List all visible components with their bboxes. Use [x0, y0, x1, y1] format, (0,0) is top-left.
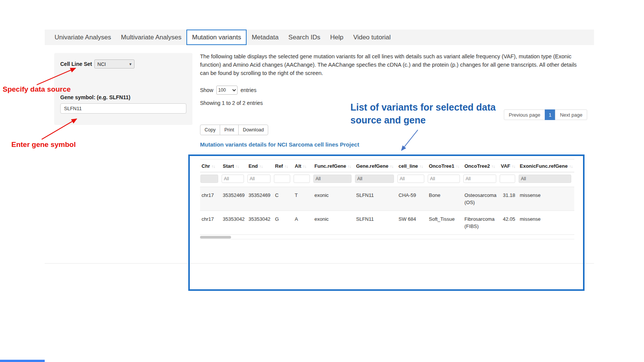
cell-line-set-select[interactable]: NCI ▾	[94, 59, 134, 69]
chevron-down-icon: ▾	[130, 62, 132, 67]
filter-chr[interactable]	[200, 175, 218, 183]
column-header-start[interactable]: Start↑↓	[221, 159, 247, 172]
tab-video-tutorial[interactable]: Video tutorial	[348, 30, 395, 45]
show-label: Show	[200, 87, 213, 93]
print-button[interactable]: Print	[220, 125, 239, 135]
gene-symbol-label: Gene symbol: (e.g. SLFN11)	[60, 94, 186, 100]
column-header-cell-line[interactable]: cell_line↑↓	[397, 159, 427, 172]
column-label: Start	[223, 163, 234, 169]
filter-cell	[293, 172, 313, 187]
sort-icon: ↑↓	[512, 164, 515, 169]
sort-icon: ↑↓	[211, 164, 215, 169]
cell-exonicfunc-refgene: missense	[518, 211, 574, 235]
column-label: Alt	[295, 163, 301, 169]
controls-panel: Cell Line Set NCI ▾ Gene symbol: (e.g. S…	[54, 53, 192, 125]
table-description: The following table displays the selecte…	[200, 52, 577, 77]
tab-multivariate-analyses[interactable]: Multivariate Analyses	[116, 30, 186, 45]
filter-cell	[499, 172, 518, 187]
filter-cell	[247, 172, 274, 187]
sort-icon: ↑↓	[348, 164, 351, 169]
sort-icon: ↑↓	[390, 164, 393, 169]
column-label: Chr	[202, 163, 210, 169]
filter-oncotree2[interactable]	[463, 175, 496, 183]
table-row[interactable]: chr173535246935352469CTexonicSLFN11CHA-5…	[200, 187, 574, 211]
cell-alt: A	[293, 211, 313, 235]
column-label: OncoTree2	[464, 163, 490, 169]
sort-icon: ↑↓	[303, 164, 306, 169]
cell-oncotree1: Bone	[427, 187, 463, 211]
gene-symbol-input[interactable]	[60, 103, 186, 114]
cell-oncotree2: Fibrosarcoma (FIBS)	[463, 211, 499, 235]
filter-start[interactable]	[222, 175, 244, 183]
next-page-button[interactable]: Next page	[555, 109, 587, 120]
column-label: Func.refGene	[314, 163, 346, 169]
column-label: VAF	[501, 163, 510, 169]
page-number-button[interactable]: 1	[545, 109, 555, 120]
cell-chr: chr17	[200, 187, 221, 211]
pagination: Previous page 1 Next page	[504, 109, 587, 120]
filter-vaf[interactable]	[500, 175, 515, 183]
variants-table: Chr↑↓Start↑↓End↑↓Ref↑↓Alt↑↓Func.refGene↑…	[200, 159, 574, 235]
tab-univariate-analyses[interactable]: Univariate Analyses	[50, 30, 116, 45]
column-header-end[interactable]: End↑↓	[247, 159, 274, 172]
filter-ref[interactable]	[274, 175, 290, 183]
column-header-chr[interactable]: Chr↑↓	[200, 159, 221, 172]
cell-func-refgene: exonic	[313, 187, 355, 211]
cell-vaf: 31.18	[499, 187, 518, 211]
column-header-vaf[interactable]: VAF↑↓	[499, 159, 518, 172]
sort-icon: ↑↓	[284, 164, 288, 169]
column-label: OncoTree1	[429, 163, 454, 169]
sort-icon: ↑↓	[419, 164, 423, 169]
column-label: cell_line	[399, 163, 418, 169]
cell-cell-line: SW 684	[397, 211, 427, 235]
cell-ref: G	[274, 211, 293, 235]
filter-cell	[313, 172, 355, 187]
sort-icon: ↑↓	[456, 164, 459, 169]
page-length-select[interactable]: 100	[216, 86, 238, 95]
cell-exonicfunc-refgene: missense	[518, 187, 574, 211]
cell-vaf: 42.05	[499, 211, 518, 235]
column-header-oncotree2[interactable]: OncoTree2↑↓	[463, 159, 499, 172]
cell-end: 35353042	[247, 211, 274, 235]
variants-table-container: Chr↑↓Start↑↓End↑↓Ref↑↓Alt↑↓Func.refGene↑…	[188, 154, 585, 291]
filter-alt[interactable]	[294, 175, 310, 183]
column-label: Ref	[275, 163, 283, 169]
cell-ref: C	[274, 187, 293, 211]
column-label: End	[249, 163, 258, 169]
export-buttons: CopyPrintDownload	[200, 125, 268, 135]
download-button[interactable]: Download	[238, 125, 269, 135]
copy-button[interactable]: Copy	[200, 125, 220, 135]
filter-func-refgene[interactable]	[313, 175, 352, 183]
table-row[interactable]: chr173535304235353042GAexonicSLFN11SW 68…	[200, 211, 574, 235]
tab-mutation-variants[interactable]: Mutation variants	[186, 30, 247, 45]
filter-gene-refgene[interactable]	[355, 175, 394, 183]
column-header-oncotree1[interactable]: OncoTree1↑↓	[427, 159, 463, 172]
horizontal-scrollbar[interactable]	[200, 235, 574, 239]
column-header-func-refgene[interactable]: Func.refGene↑↓	[313, 159, 355, 172]
annotation-specify-data-source: Specify data source	[3, 85, 71, 94]
filter-cell	[518, 172, 574, 187]
cell-cell-line: CHA-59	[397, 187, 427, 211]
cell-oncotree1: Soft_Tissue	[427, 211, 463, 235]
filter-cell-line[interactable]	[397, 175, 424, 183]
sort-icon: ↑↓	[491, 164, 495, 169]
column-label: ExonicFunc.refGene	[520, 163, 567, 169]
blue-arrow-to-table	[402, 130, 418, 150]
bottom-progress-bar	[0, 360, 45, 362]
nav-tabs: Univariate AnalysesMultivariate Analyses…	[45, 30, 594, 45]
tab-help[interactable]: Help	[325, 30, 348, 45]
tab-search-ids[interactable]: Search IDs	[283, 30, 325, 45]
tab-metadata[interactable]: Metadata	[247, 30, 283, 45]
filter-exonicfunc-refgene[interactable]	[519, 175, 571, 183]
column-header-alt[interactable]: Alt↑↓	[293, 159, 313, 172]
column-header-gene-refgene[interactable]: Gene.refGene↑↓	[355, 159, 397, 172]
column-header-ref[interactable]: Ref↑↓	[274, 159, 293, 172]
scrollbar-thumb[interactable]	[200, 236, 231, 239]
filter-end[interactable]	[247, 175, 270, 183]
cell-line-set-label: Cell Line Set	[60, 61, 92, 67]
filter-oncotree1[interactable]	[428, 175, 460, 183]
table-title: Mutation variants details for NCI Sarcom…	[200, 141, 359, 148]
column-header-exonicfunc-refgene[interactable]: ExonicFunc.refGene↑↓	[518, 159, 574, 172]
page: Univariate AnalysesMultivariate Analyses…	[0, 0, 644, 362]
previous-page-button[interactable]: Previous page	[504, 109, 545, 120]
